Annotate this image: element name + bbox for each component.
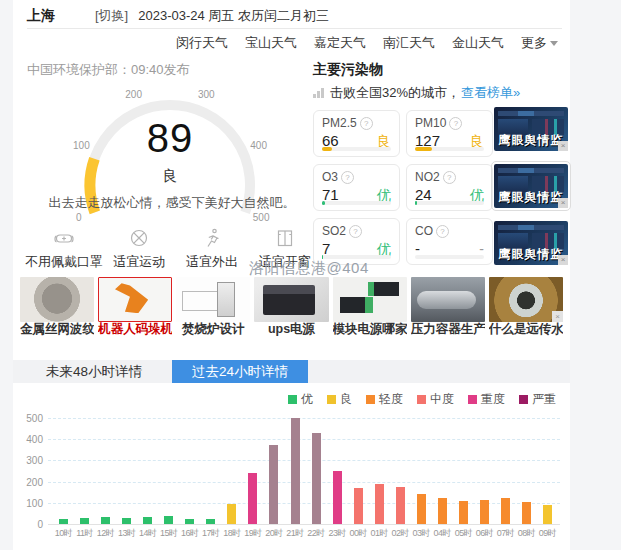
x-tick-17时: 17时: [200, 527, 221, 540]
ad-decor: [498, 111, 564, 116]
bars-row: [53, 418, 558, 524]
pollutant-name: O3?: [322, 170, 391, 184]
legend-swatch: [417, 395, 426, 404]
bar-slot: [411, 418, 432, 524]
legend-swatch: [366, 395, 375, 404]
ad-close-icon[interactable]: ×: [558, 141, 568, 151]
pollutant-progress-track: [415, 201, 484, 205]
pollutant-card-no2: NO2?24优: [406, 164, 493, 211]
gauge-tick-100: 100: [73, 140, 90, 151]
help-icon[interactable]: ?: [449, 117, 462, 130]
bar-slot: [242, 418, 263, 524]
side-ad-banner[interactable]: 鹰眼舆情监×: [494, 164, 568, 208]
legend-swatch: [468, 395, 477, 404]
help-icon[interactable]: ?: [436, 225, 449, 238]
switch-city-link[interactable]: [切换]: [95, 7, 128, 25]
pollutant-progress-track: [415, 255, 484, 259]
gauge-tick-400: 400: [250, 140, 267, 151]
aqi-level: 良: [105, 167, 235, 186]
help-icon[interactable]: ?: [349, 225, 362, 238]
product-ads-strip: 金属丝网波纹机器人码垛机焚烧炉设计ups电源模块电源哪家压力容器生产什么是远传水…: [20, 277, 563, 337]
date-text: 2023-03-24 周五 农历闰二月初三: [138, 7, 329, 25]
product-ad-5[interactable]: 模块电源哪家: [333, 277, 407, 337]
product-ad-3[interactable]: 焚烧炉设计: [176, 277, 250, 337]
bar-slot: [285, 418, 306, 524]
y-tick-200: 200: [13, 477, 43, 488]
ad-close-icon[interactable]: ×: [558, 255, 568, 265]
nav-link-4[interactable]: 南汇天气: [383, 34, 435, 52]
ad-text: 鹰眼舆情监: [494, 189, 568, 206]
bar-04时: [438, 498, 447, 525]
nav-link-3[interactable]: 嘉定天气: [314, 34, 366, 52]
side-ad-banner[interactable]: 鹰眼舆情监×: [494, 107, 568, 151]
ad-close-icon[interactable]: ×: [558, 198, 568, 208]
pollutant-name: NO2?: [415, 170, 484, 184]
product-label: 模块电源哪家: [333, 322, 407, 337]
bar-02时: [396, 487, 405, 524]
bar-23时: [333, 471, 342, 524]
x-tick-00时: 00时: [348, 527, 369, 540]
x-tick-07时: 07时: [495, 527, 516, 540]
y-tick-100: 100: [13, 498, 43, 509]
tab-next48h[interactable]: 未来48小时详情: [26, 360, 162, 383]
bar-20时: [269, 445, 278, 525]
bar-slot: [200, 418, 221, 524]
x-tick-04时: 04时: [432, 527, 453, 540]
nav-link-5[interactable]: 金山天气: [452, 34, 504, 52]
help-icon[interactable]: ?: [360, 117, 373, 130]
bar-slot: [74, 418, 95, 524]
x-tick-19时: 19时: [242, 527, 263, 540]
x-tick-21时: 21时: [285, 527, 306, 540]
bar-slot: [474, 418, 495, 524]
ad-text: 鹰眼舆情监: [494, 132, 568, 149]
pollutant-progress-track: [322, 147, 391, 151]
product-label: 机器人码垛机: [98, 322, 172, 337]
pollutant-name: PM10?: [415, 116, 484, 130]
ad-close-icon[interactable]: ×: [552, 311, 563, 322]
view-rank-link[interactable]: 查看榜单»: [461, 84, 520, 102]
product-ad-2[interactable]: 机器人码垛机: [98, 277, 172, 337]
x-tick-05时: 05时: [453, 527, 474, 540]
vessel-thumb: [411, 277, 485, 322]
legend-item-优: 优: [288, 391, 313, 408]
legend-item-严重: 严重: [519, 391, 556, 408]
y-tick-300: 300: [13, 455, 43, 466]
nav-link-1[interactable]: 闵行天气: [176, 34, 228, 52]
robot-thumb: [98, 277, 172, 322]
pollutant-progress-track: [322, 201, 391, 205]
side-ad-banner[interactable]: 鹰眼舆情监×: [494, 221, 568, 265]
help-icon[interactable]: ?: [443, 171, 456, 184]
bar-slot: [327, 418, 348, 524]
weather-aqi-page: 上海 [切换] 2023-03-24 周五 农历闰二月初三 闵行天气宝山天气嘉定…: [0, 0, 621, 550]
legend-item-轻度: 轻度: [366, 391, 403, 408]
product-ad-7[interactable]: 什么是远传水×: [489, 277, 563, 337]
x-tick-23时: 23时: [327, 527, 348, 540]
product-ad-1[interactable]: 金属丝网波纹: [20, 277, 94, 337]
legend-swatch: [519, 395, 528, 404]
bar-slot: [95, 418, 116, 524]
nav-more-link[interactable]: 更多: [521, 34, 558, 52]
ad-decor: [498, 168, 564, 173]
ad-text: 鹰眼舆情监: [494, 246, 568, 263]
bar-slot: [158, 418, 179, 524]
bar-slot: [137, 418, 158, 524]
legend-item-重度: 重度: [468, 391, 505, 408]
x-tick-10时: 10时: [53, 527, 74, 540]
chevron-down-icon: [550, 41, 558, 46]
product-ad-4[interactable]: ups电源: [254, 277, 328, 337]
y-tick-500: 500: [13, 413, 43, 424]
aqi-legend: 优良轻度中度重度严重: [13, 391, 556, 408]
bar-slot: [348, 418, 369, 524]
x-axis-labels: 10时11时12时13时14时15时16时17时18时19时20时21时22时2…: [53, 527, 558, 540]
bar-12时: [101, 517, 110, 524]
bar-slot: [369, 418, 390, 524]
help-icon[interactable]: ?: [341, 171, 354, 184]
legend-item-中度: 中度: [417, 391, 454, 408]
product-ad-6[interactable]: 压力容器生产: [411, 277, 485, 337]
bar-10时: [59, 519, 68, 524]
tab-past24h[interactable]: 过去24小时详情: [172, 360, 308, 383]
x-tick-06时: 06时: [474, 527, 495, 540]
nav-link-2[interactable]: 宝山天气: [245, 34, 297, 52]
bar-03时: [417, 494, 426, 524]
bar-08时: [522, 502, 531, 524]
